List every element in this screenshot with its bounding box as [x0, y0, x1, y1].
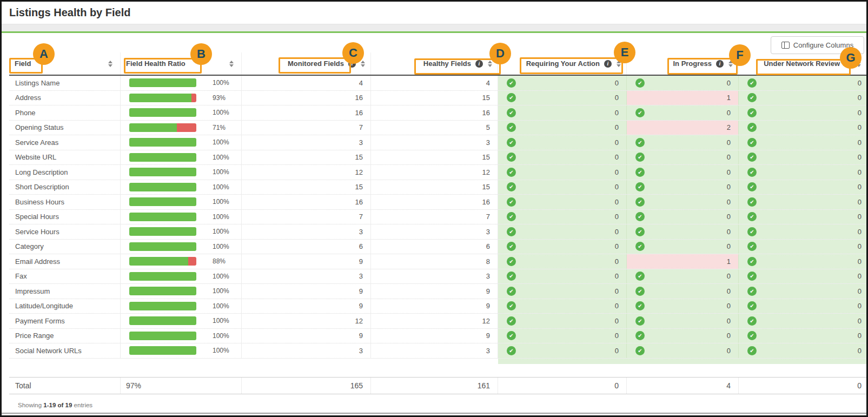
- listings-health-screen: Listings Health by Field Configure Colum…: [0, 0, 868, 417]
- field-health-ratio-cell: 100%: [121, 195, 242, 209]
- sort-icon[interactable]: [617, 61, 621, 67]
- healthy-fields-cell: 3: [371, 135, 498, 150]
- health-ratio-bar: [129, 272, 196, 281]
- accent-line: [2, 31, 866, 33]
- ok-check-icon: ✔: [635, 212, 645, 221]
- ok-check-icon: ✔: [747, 93, 757, 102]
- column-header-requiring-your-action[interactable]: Requiring Your Action i: [498, 52, 627, 75]
- column-header-healthy-fields[interactable]: Healthy Fields i: [371, 52, 498, 75]
- ok-check-icon: ✔: [507, 153, 516, 162]
- monitored-fields-cell: 9: [242, 284, 371, 299]
- field-name-cell: Fax: [9, 269, 121, 284]
- field-health-ratio-cell: 100%: [121, 180, 242, 195]
- in-progress-cell: ✔0: [627, 269, 739, 284]
- ok-check-icon: ✔: [507, 242, 516, 251]
- table-header-row: Field Field Health Ratio Monitored Field…: [9, 52, 866, 76]
- ok-check-icon: ✔: [635, 301, 645, 310]
- under-network-review-cell: ✔0: [739, 180, 866, 195]
- monitored-fields-cell: 15: [242, 180, 371, 195]
- ok-check-icon: ✔: [747, 316, 757, 326]
- healthy-fields-cell: 3: [371, 343, 498, 358]
- table-body: Listings Name 100% 4 4 ✔0 ✔0 ✔0 Address …: [9, 76, 866, 359]
- ok-check-icon: ✔: [747, 212, 757, 221]
- monitored-fields-cell: 16: [242, 91, 371, 105]
- in-progress-cell: ✔0: [627, 224, 739, 239]
- healthy-fields-cell: 3: [371, 269, 498, 284]
- in-progress-cell: ✔0: [627, 76, 739, 90]
- under-network-review-cell: ✔0: [739, 105, 866, 120]
- ok-check-icon: ✔: [747, 182, 757, 191]
- table-row: Business Hours 100% 16 16 ✔0 ✔0 ✔0: [9, 195, 866, 210]
- info-icon[interactable]: i: [716, 60, 724, 68]
- under-network-review-cell: ✔0: [739, 76, 866, 90]
- monitored-fields-cell: 15: [242, 150, 371, 165]
- health-ratio-percent: 100%: [213, 273, 229, 280]
- column-header-monitored-fields[interactable]: Monitored Fields i: [242, 52, 371, 75]
- under-network-review-cell: ✔0: [739, 343, 866, 358]
- configure-columns-label: Configure Columns: [793, 41, 853, 49]
- health-ratio-bar: [129, 227, 196, 236]
- health-ratio-percent: 100%: [213, 332, 229, 340]
- health-ratio-percent: 93%: [213, 94, 226, 102]
- ok-check-icon: ✔: [747, 78, 757, 88]
- health-ratio-percent: 100%: [213, 302, 229, 310]
- ok-check-icon: ✔: [507, 197, 516, 207]
- in-progress-cell: ✔0: [627, 135, 739, 150]
- field-name-cell: Short Description: [9, 180, 121, 195]
- in-progress-cell: ✔0: [627, 284, 739, 299]
- health-ratio-bar: [129, 153, 196, 162]
- sort-icon[interactable]: [857, 61, 861, 67]
- table-total-row: Total 97% 165 161 0 4 0: [9, 377, 866, 394]
- monitored-fields-cell: 7: [242, 121, 371, 135]
- health-ratio-percent: 100%: [213, 317, 229, 325]
- field-name-cell: Business Hours: [9, 195, 121, 209]
- health-ratio-percent: 100%: [213, 347, 229, 354]
- healthy-fields-cell: 9: [371, 299, 498, 314]
- info-icon[interactable]: i: [844, 60, 852, 68]
- ok-check-icon: ✔: [747, 301, 757, 310]
- info-icon[interactable]: i: [348, 60, 356, 68]
- requiring-action-cell: ✔0: [498, 91, 627, 105]
- total-label: Total: [9, 378, 121, 394]
- sort-icon[interactable]: [728, 61, 733, 67]
- sort-icon[interactable]: [108, 61, 112, 67]
- healthy-fields-cell: 16: [371, 195, 498, 209]
- in-progress-cell: ✔1: [627, 254, 739, 269]
- info-icon[interactable]: i: [604, 60, 612, 68]
- field-name-cell: Latitude/Longitude: [9, 299, 121, 314]
- bottom-divider: [2, 413, 866, 414]
- field-name-cell: Email Address: [9, 254, 121, 269]
- healthy-fields-cell: 12: [371, 314, 498, 328]
- under-network-review-cell: ✔0: [739, 135, 866, 150]
- field-health-ratio-cell: 100%: [121, 314, 242, 328]
- sort-icon[interactable]: [488, 61, 492, 67]
- under-network-review-cell: ✔0: [739, 195, 866, 209]
- column-header-field-health-ratio[interactable]: Field Health Ratio: [121, 52, 242, 75]
- under-network-review-cell: ✔0: [739, 240, 866, 254]
- health-ratio-percent: 100%: [213, 168, 229, 176]
- health-ratio-bar: [129, 346, 196, 355]
- monitored-fields-cell: 3: [242, 343, 371, 358]
- configure-columns-button[interactable]: Configure Columns: [771, 36, 864, 54]
- sort-icon[interactable]: [229, 61, 234, 67]
- field-health-ratio-cell: 100%: [121, 343, 242, 358]
- column-header-field[interactable]: Field: [9, 52, 121, 75]
- health-ratio-bar: [129, 213, 196, 221]
- in-progress-cell: ✔1: [627, 91, 739, 105]
- health-ratio-percent: 100%: [213, 287, 229, 295]
- column-header-in-progress[interactable]: In Progress i: [627, 52, 739, 75]
- table-row: Social Network URLs 100% 3 3 ✔0 ✔0 ✔0: [9, 343, 866, 359]
- in-progress-cell: ✔0: [627, 210, 739, 224]
- requiring-action-cell: ✔0: [498, 165, 627, 180]
- field-health-ratio-cell: 100%: [121, 284, 242, 299]
- total-monitored: 165: [242, 378, 371, 394]
- field-name-cell: Special Hours: [9, 210, 121, 224]
- monitored-fields-cell: 6: [242, 240, 371, 254]
- requiring-action-cell: ✔0: [498, 329, 627, 343]
- column-header-under-network-review[interactable]: Under Network Review i: [739, 52, 866, 75]
- divider-strip: [2, 24, 866, 31]
- requiring-action-cell: ✔0: [498, 269, 627, 284]
- sort-icon[interactable]: [361, 61, 365, 67]
- info-icon[interactable]: i: [475, 60, 483, 68]
- healthy-fields-cell: 15: [371, 150, 498, 165]
